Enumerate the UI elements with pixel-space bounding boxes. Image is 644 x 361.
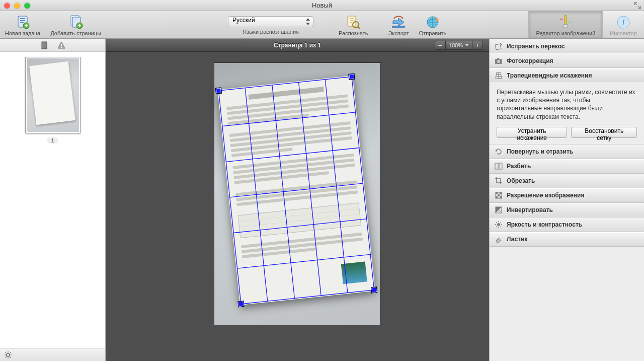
resolution-icon xyxy=(495,191,503,199)
canvas-header: Страница 1 из 1 – 100% + xyxy=(106,39,489,52)
panel-rotate-flip[interactable]: Повернуть и отразить xyxy=(490,145,644,159)
svg-rect-25 xyxy=(499,163,502,169)
panel-trapezoid: Трапециевидные искажения Перетаскивая мы… xyxy=(490,68,644,145)
right-panel: Исправить перекос Фотокоррекция Трапецие… xyxy=(489,39,644,361)
thumbnail-strip: 1 xyxy=(0,52,105,348)
grid-handle-tl[interactable] xyxy=(215,88,222,94)
inspector-tab[interactable]: i Инспектор xyxy=(602,11,644,38)
new-task-button[interactable]: Новая задача xyxy=(0,11,45,38)
panel-resolution[interactable]: Разрешение изображения xyxy=(490,188,644,203)
zoom-window-button[interactable] xyxy=(24,3,30,9)
titlebar: Новый xyxy=(0,0,644,11)
grid-handle-br[interactable] xyxy=(371,287,377,294)
add-pages-icon xyxy=(68,14,84,30)
window-controls xyxy=(0,3,30,9)
new-task-label: Новая задача xyxy=(5,30,40,36)
eraser-icon xyxy=(495,235,503,243)
zoom-out-button[interactable]: – xyxy=(435,41,446,50)
zoom-in-button[interactable]: + xyxy=(472,41,483,50)
svg-rect-24 xyxy=(495,163,498,169)
panel-deskew[interactable]: Исправить перекос xyxy=(490,39,644,53)
recognize-label: Распознать xyxy=(339,30,368,36)
zoom-display[interactable]: 100% xyxy=(446,41,472,50)
page-icon[interactable] xyxy=(40,41,48,49)
gear-icon[interactable] xyxy=(4,351,12,359)
new-task-icon xyxy=(15,14,31,30)
language-group: Русский Языки распознавания xyxy=(222,11,319,38)
svg-rect-31 xyxy=(500,196,502,198)
invert-icon xyxy=(495,206,503,214)
window-title: Новый xyxy=(312,2,332,9)
panel-split[interactable]: Разбить xyxy=(490,159,644,174)
thumbnail-number: 1 xyxy=(47,137,58,143)
warning-icon[interactable] xyxy=(57,41,65,49)
svg-rect-29 xyxy=(498,194,500,196)
zoom-controls: – 100% + xyxy=(435,41,489,50)
sidebar-footer xyxy=(0,348,105,361)
panel-invert[interactable]: Инвертировать xyxy=(490,203,644,218)
image-editor-tab[interactable]: Редактор изображений xyxy=(528,11,602,38)
export-button[interactable]: Экспорт xyxy=(383,11,414,38)
inspector-label: Инспектор xyxy=(610,30,637,36)
trapezoid-help-text: Перетаскивая мышью углы рамки, совместит… xyxy=(497,88,637,121)
toolbar: Новая задача Добавить страницы Русский Я… xyxy=(0,11,644,39)
crop-icon xyxy=(495,177,503,185)
fullscreen-icon[interactable] xyxy=(634,2,641,9)
split-icon xyxy=(495,162,503,170)
recognize-button[interactable]: Распознать xyxy=(334,11,373,38)
svg-rect-20 xyxy=(495,44,501,50)
grid-handle-tr[interactable] xyxy=(348,74,355,80)
svg-rect-16 xyxy=(61,44,62,46)
panel-trapezoid-header[interactable]: Трапециевидные искажения xyxy=(490,68,644,82)
add-pages-button[interactable]: Добавить страницы xyxy=(45,11,106,38)
page-thumbnail[interactable] xyxy=(25,57,80,133)
add-pages-label: Добавить страницы xyxy=(50,30,101,36)
svg-rect-27 xyxy=(496,192,498,194)
brightness-icon xyxy=(495,221,503,229)
panel-crop[interactable]: Обрезать xyxy=(490,174,644,188)
panel-eraser[interactable]: Ластик xyxy=(490,232,644,247)
panel-trapezoid-body: Перетаскивая мышью углы рамки, совместит… xyxy=(490,82,644,144)
svg-rect-7 xyxy=(392,26,405,28)
image-editor-icon xyxy=(557,14,574,30)
language-label: Языки распознавания xyxy=(243,29,299,35)
sidebar-header xyxy=(0,39,105,52)
fix-distortion-button[interactable]: Устранить искажение xyxy=(497,127,567,138)
svg-rect-30 xyxy=(496,196,498,198)
export-label: Экспорт xyxy=(388,30,409,36)
deskew-icon xyxy=(495,42,503,50)
svg-rect-5 xyxy=(348,16,356,26)
sidebar: 1 xyxy=(0,39,106,361)
canvas[interactable] xyxy=(106,52,489,361)
send-button[interactable]: Отправить xyxy=(414,11,452,38)
image-editor-label: Редактор изображений xyxy=(536,30,595,36)
trapezoid-icon xyxy=(495,71,503,80)
panel-brightness[interactable]: Яркость и контрастность xyxy=(490,218,644,232)
svg-point-18 xyxy=(7,353,10,356)
send-icon xyxy=(425,14,441,30)
export-icon xyxy=(390,14,407,30)
reset-grid-button[interactable]: Восстановить сетку xyxy=(571,127,637,138)
panel-photo-correction[interactable]: Фотокоррекция xyxy=(490,53,644,68)
svg-rect-12 xyxy=(568,22,571,23)
scanned-image xyxy=(214,63,380,325)
recognize-icon xyxy=(345,14,361,30)
language-select[interactable]: Русский xyxy=(228,16,313,27)
svg-rect-10 xyxy=(564,25,568,28)
rotate-icon xyxy=(495,148,503,156)
send-label: Отправить xyxy=(419,30,447,36)
inspector-icon: i xyxy=(615,14,631,30)
svg-rect-28 xyxy=(500,192,502,194)
grid-handle-bl[interactable] xyxy=(237,301,244,308)
svg-point-33 xyxy=(497,223,500,226)
svg-rect-17 xyxy=(61,47,62,48)
minimize-window-button[interactable] xyxy=(14,3,20,9)
svg-point-22 xyxy=(497,60,500,63)
svg-rect-11 xyxy=(560,19,563,20)
canvas-area: Страница 1 из 1 – 100% + xyxy=(106,39,489,361)
close-window-button[interactable] xyxy=(4,3,10,9)
svg-rect-23 xyxy=(497,58,499,59)
svg-rect-15 xyxy=(42,42,47,49)
perspective-grid[interactable] xyxy=(217,76,375,306)
camera-icon xyxy=(495,57,503,65)
